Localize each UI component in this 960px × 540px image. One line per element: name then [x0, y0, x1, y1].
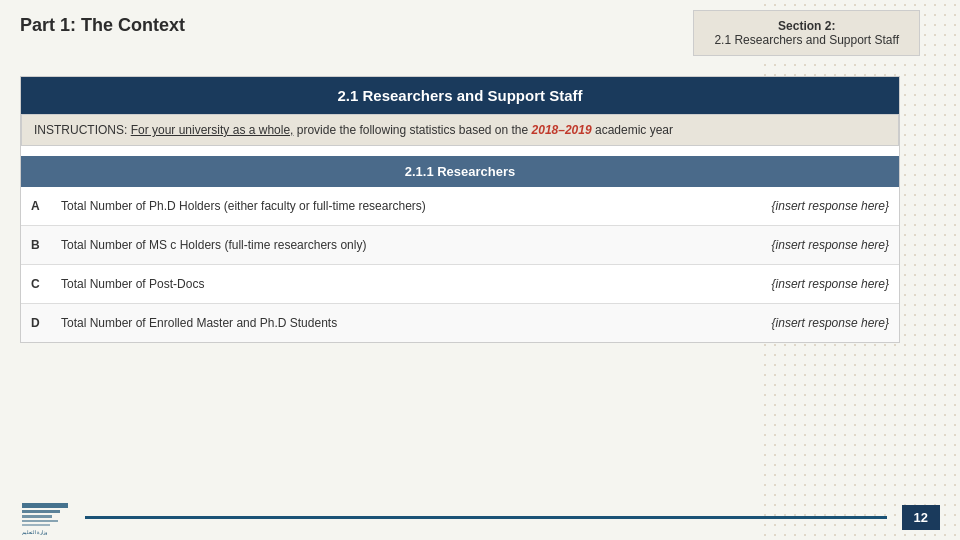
table-row: D Total Number of Enrolled Master and Ph… [21, 304, 899, 343]
instructions-row: INSTRUCTIONS: For your university as a w… [21, 114, 899, 146]
table-row: A Total Number of Ph.D Holders (either f… [21, 187, 899, 226]
row-response: {insert response here} [650, 265, 899, 304]
researchers-table: A Total Number of Ph.D Holders (either f… [21, 187, 899, 342]
instructions-suffix: academic year [592, 123, 673, 137]
section-sub: 2.1 Researchers and Support Staff [714, 33, 899, 47]
row-description: Total Number of Enrolled Master and Ph.D… [51, 304, 650, 343]
table-row: C Total Number of Post-Docs {insert resp… [21, 265, 899, 304]
page-container: Part 1: The Context Section 2: 2.1 Resea… [0, 0, 960, 540]
instructions-year: 2018–2019 [532, 123, 592, 137]
section-heading: 2.1 Researchers and Support Staff [21, 77, 899, 114]
main-content: 2.1 Researchers and Support Staff INSTRU… [20, 76, 900, 343]
row-letter: B [21, 226, 51, 265]
row-response: {insert response here} [650, 304, 899, 343]
table-row: B Total Number of MS c Holders (full-tim… [21, 226, 899, 265]
row-letter: A [21, 187, 51, 226]
subsection-heading: 2.1.1 Researchers [21, 156, 899, 187]
instructions-underlined: For your university as a whole, [131, 123, 294, 137]
row-letter: D [21, 304, 51, 343]
row-description: Total Number of Post-Docs [51, 265, 650, 304]
page-header: Part 1: The Context Section 2: 2.1 Resea… [20, 10, 920, 56]
row-description: Total Number of Ph.D Holders (either fac… [51, 187, 650, 226]
instructions-middle: provide the following statistics based o… [293, 123, 531, 137]
row-response: {insert response here} [650, 187, 899, 226]
row-response: {insert response here} [650, 226, 899, 265]
row-letter: C [21, 265, 51, 304]
section-box: Section 2: 2.1 Researchers and Support S… [693, 10, 920, 56]
part-title: Part 1: The Context [20, 10, 185, 36]
section-label: Section 2: [714, 19, 899, 33]
instructions-prefix: INSTRUCTIONS: [34, 123, 131, 137]
row-description: Total Number of MS c Holders (full-time … [51, 226, 650, 265]
